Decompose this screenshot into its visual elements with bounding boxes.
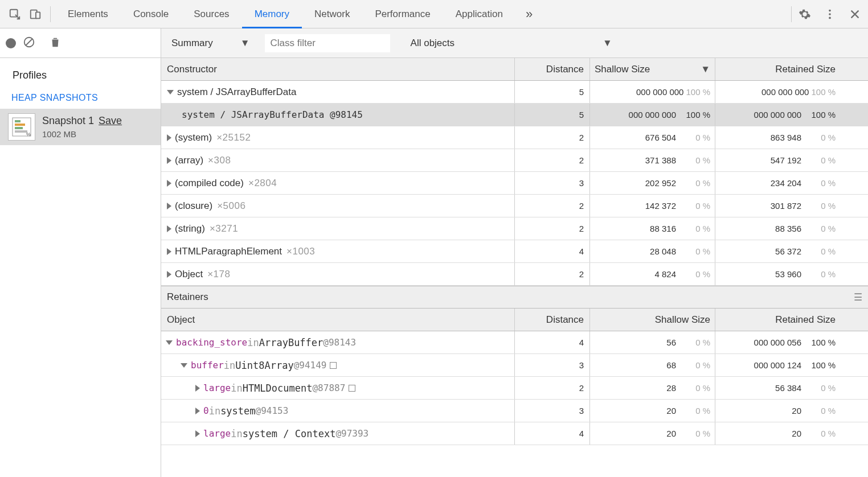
constructor-name: system / JSArrayBufferData (177, 87, 296, 98)
tab-performance[interactable]: Performance (362, 0, 443, 28)
table-row[interactable]: backing_store in ArrayBuffer @981434560 … (161, 331, 868, 354)
col-retained[interactable]: Retained Size (715, 58, 840, 80)
distance-value: 2 (514, 217, 589, 240)
type-name: system (220, 405, 255, 417)
property-name: buffer (191, 360, 224, 371)
profiles-label: Profiles (0, 66, 161, 89)
instance-count: ×308 (208, 155, 231, 166)
property-name: large (203, 383, 231, 393)
table-row[interactable]: (system)×251522676 5040 %863 9480 % (161, 126, 868, 149)
more-tabs-icon[interactable]: » (515, 7, 543, 22)
svg-rect-10 (15, 127, 23, 129)
retained-size: 000 000 000 (754, 110, 801, 120)
disclosure-triangle-icon[interactable] (167, 134, 171, 141)
tab-network[interactable]: Network (302, 0, 362, 28)
shallow-size: 20 (666, 406, 676, 416)
tab-application[interactable]: Application (443, 0, 515, 28)
inspect-icon[interactable] (5, 4, 25, 24)
retained-size: 234 204 (771, 178, 801, 188)
trash-icon[interactable] (49, 36, 62, 50)
disclosure-triangle-icon[interactable] (195, 430, 200, 437)
tab-memory[interactable]: Memory (242, 0, 302, 28)
tab-sources[interactable]: Sources (181, 0, 241, 28)
table-row[interactable]: (compiled code)×28043202 9520 %234 2040 … (161, 172, 868, 195)
chevron-down-icon: ▼ (240, 38, 250, 49)
disclosure-triangle-icon[interactable] (166, 340, 173, 345)
devtools-tab-bar: ElementsConsoleSourcesMemoryNetworkPerfo… (0, 0, 868, 28)
disclosure-triangle-icon[interactable] (167, 180, 171, 187)
constructor-name: system / JSArrayBufferData @98145 (182, 109, 363, 120)
col-object[interactable]: Object (161, 309, 514, 331)
property-name: backing_store (176, 337, 247, 348)
memory-filter-bar: Summary ▼ All objects ▼ (161, 28, 868, 58)
device-toggle-icon[interactable] (25, 4, 46, 24)
table-row[interactable]: buffer in Uint8Array @941493680 %000 000… (161, 354, 868, 377)
distance-value: 5 (514, 104, 589, 126)
instance-count: ×25152 (216, 132, 251, 143)
col-distance[interactable]: Distance (514, 309, 589, 331)
object-id: @94153 (256, 405, 289, 416)
chevron-down-icon: ▼ (603, 38, 612, 49)
record-button[interactable] (6, 38, 16, 48)
close-icon[interactable] (846, 6, 863, 23)
disclosure-triangle-icon[interactable] (167, 248, 171, 255)
disclosure-triangle-icon[interactable] (167, 157, 171, 164)
constructor-name: (string) (175, 223, 205, 235)
disclosure-triangle-icon[interactable] (167, 225, 171, 232)
instance-count: ×3271 (210, 223, 238, 235)
retainers-table: Object Distance Shallow Size Retained Si… (161, 309, 868, 445)
disclosure-triangle-icon[interactable] (167, 271, 171, 278)
table-row[interactable]: HTMLParagraphElement×1003428 0480 %56 37… (161, 240, 868, 263)
disclosure-triangle-icon[interactable] (167, 90, 174, 94)
distance-value: 2 (514, 149, 589, 171)
table-row[interactable]: (array)×3082371 3880 %547 1920 % (161, 149, 868, 172)
tab-elements[interactable]: Elements (55, 0, 121, 28)
svg-point-4 (829, 13, 831, 15)
retained-size: 20 (792, 406, 801, 416)
shallow-size: 28 048 (650, 246, 676, 256)
chevron-down-icon: ▼ (701, 64, 710, 75)
table-row[interactable]: (string)×3271288 3160 %88 3560 % (161, 217, 868, 240)
col-distance[interactable]: Distance (514, 58, 589, 80)
object-id: @87887 (312, 383, 345, 393)
snapshot-item[interactable]: % Snapshot 1 Save 1002 MB (0, 109, 161, 145)
settings-icon[interactable] (796, 6, 813, 23)
distance-value: 2 (514, 126, 589, 149)
table-row[interactable]: large in HTMLDocument @878872280 %56 384… (161, 377, 868, 400)
snapshot-name: Snapshot 1 (42, 115, 94, 127)
retained-size: 000 000 000 (761, 87, 809, 97)
table-row[interactable]: system / JSArrayBufferData5000 000 00010… (161, 81, 868, 104)
objects-dropdown[interactable]: All objects ▼ (406, 35, 617, 51)
table-row[interactable]: Object×17824 8240 %53 9600 % (161, 263, 868, 286)
disclosure-triangle-icon[interactable] (195, 408, 200, 414)
col-retained[interactable]: Retained Size (715, 309, 840, 331)
table-row[interactable]: large in system / Context @973934200 %20… (161, 422, 868, 445)
element-badge-icon (330, 362, 337, 369)
snapshot-save-link[interactable]: Save (99, 115, 122, 127)
disclosure-triangle-icon[interactable] (167, 203, 171, 209)
menu-icon[interactable]: ☰ (854, 291, 862, 303)
object-id: @98143 (323, 337, 356, 348)
clear-icon[interactable] (23, 36, 35, 50)
class-filter-input[interactable] (265, 34, 390, 52)
property-name: 0 (203, 405, 209, 416)
svg-rect-8 (15, 120, 21, 122)
profiles-sidebar: Profiles HEAP SNAPSHOTS % Snapshot 1 Sav… (0, 28, 161, 477)
table-row[interactable]: 0 in system @941533200 %200 % (161, 400, 868, 422)
kebab-menu-icon[interactable] (821, 6, 838, 23)
disclosure-triangle-icon[interactable] (195, 385, 200, 392)
table-row[interactable]: (closure)×50062142 3720 %301 8720 % (161, 195, 868, 217)
type-name: Uint8Array (235, 360, 293, 371)
svg-point-5 (829, 17, 831, 19)
retained-size: 000 000 124 (754, 360, 801, 370)
col-constructor[interactable]: Constructor (161, 58, 514, 80)
property-name: large (203, 428, 231, 439)
element-badge-icon (349, 385, 355, 392)
disclosure-triangle-icon[interactable] (181, 363, 187, 368)
col-shallow[interactable]: Shallow Size (589, 309, 715, 331)
table-row[interactable]: system / JSArrayBufferData @981455000 00… (161, 104, 868, 126)
distance-value: 4 (514, 331, 589, 353)
view-dropdown[interactable]: Summary ▼ (167, 35, 255, 51)
col-shallow[interactable]: Shallow Size ▼ (589, 58, 715, 80)
tab-console[interactable]: Console (121, 0, 181, 28)
